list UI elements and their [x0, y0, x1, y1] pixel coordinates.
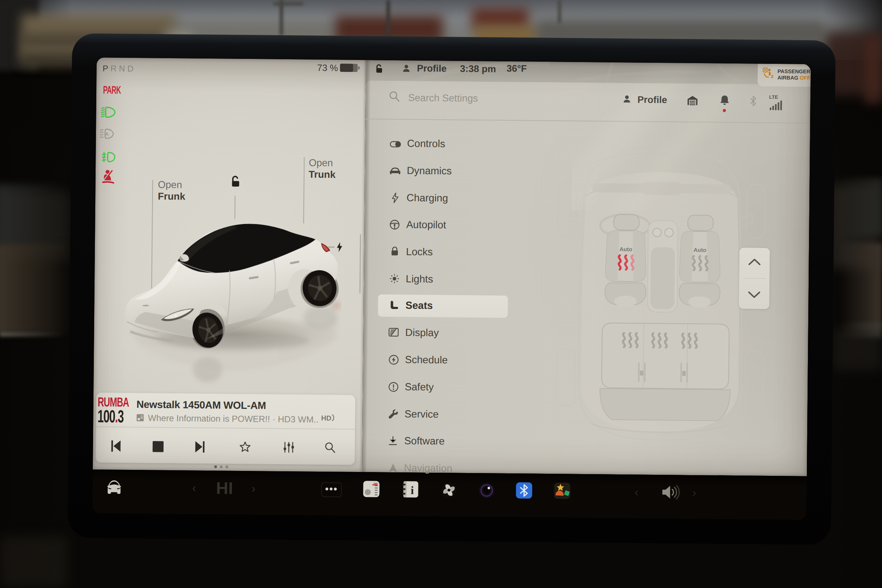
svg-text:i: i: [411, 484, 414, 496]
